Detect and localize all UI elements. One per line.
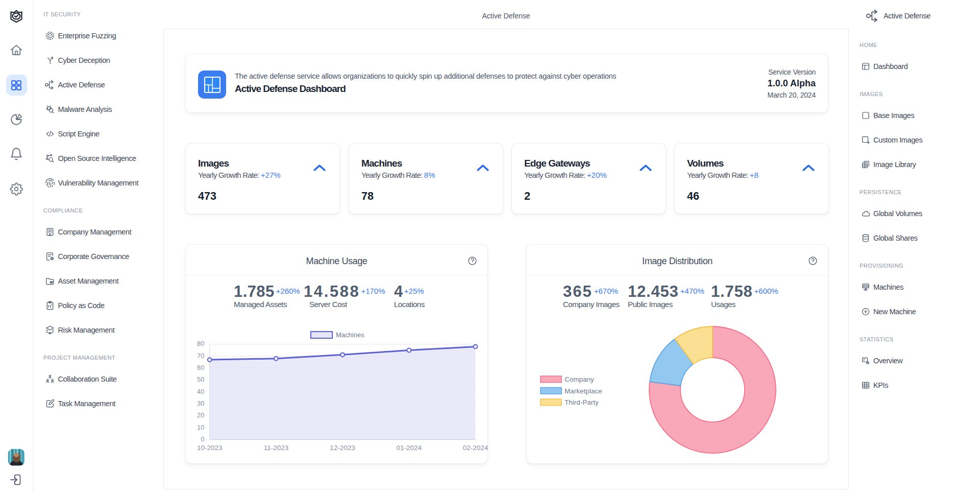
svg-text:Company: Company [565, 376, 594, 383]
svg-text:12-2023: 12-2023 [330, 444, 355, 452]
svg-text:40: 40 [197, 388, 204, 395]
svg-text:Marketplace: Marketplace [565, 387, 602, 395]
svg-text:30: 30 [197, 400, 204, 407]
svg-text:Third-Party: Third-Party [565, 399, 599, 406]
svg-text:11-2023: 11-2023 [264, 444, 289, 452]
svg-text:02-2024: 02-2024 [463, 444, 488, 452]
svg-text:20: 20 [197, 411, 204, 419]
svg-text:80: 80 [197, 340, 204, 347]
svg-text:01-2024: 01-2024 [397, 444, 422, 452]
svg-text:0: 0 [201, 435, 204, 443]
svg-text:10: 10 [197, 424, 204, 431]
svg-text:50: 50 [197, 376, 204, 383]
svg-text:60: 60 [197, 364, 204, 371]
svg-text:10-2023: 10-2023 [197, 444, 223, 452]
svg-text:Machines: Machines [336, 331, 364, 339]
svg-text:70: 70 [197, 352, 204, 360]
